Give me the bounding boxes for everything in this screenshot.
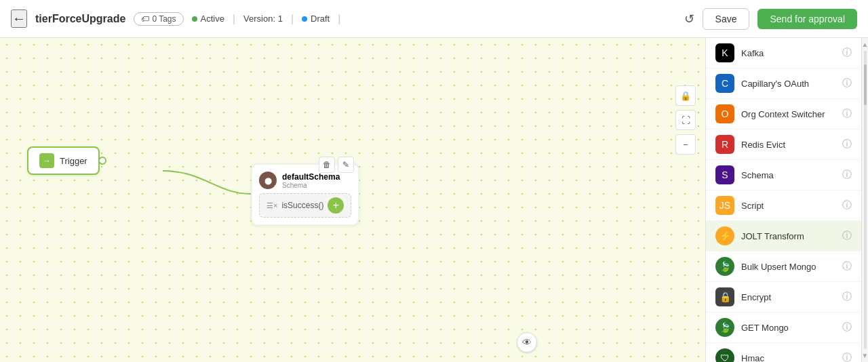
success-node[interactable]: ☰× isSuccess() +: [259, 193, 351, 218]
capillary-oauth-label: Capillary's OAuth: [741, 79, 835, 89]
bulk-upsert-mongo-info-icon[interactable]: ⓘ: [842, 260, 852, 273]
schema-node-icon: ⬤: [259, 172, 277, 189]
lock-button[interactable]: 🔒: [675, 85, 696, 106]
script-icon: JS: [715, 196, 734, 215]
sidebar-item-get-mongo[interactable]: 🍃GET Mongoⓘ: [706, 313, 861, 343]
send-for-approval-button[interactable]: Send for approval: [757, 9, 857, 29]
sidebar-item-kafka[interactable]: KKafkaⓘ: [706, 38, 861, 68]
sidebar-item-jolt-transform[interactable]: ⚡JOLT Transformⓘ: [706, 221, 861, 252]
redis-evict-label: Redis Evict: [741, 140, 835, 150]
org-context-switcher-icon: O: [715, 104, 734, 123]
sidebar-list: KKafkaⓘCCapillary's OAuthⓘOOrg Context S…: [706, 38, 861, 362]
redis-evict-info-icon[interactable]: ⓘ: [842, 138, 852, 150]
redis-evict-icon: R: [715, 135, 734, 154]
page-title: tierForceUpgrade: [35, 13, 125, 25]
schema-toolbar: 🗑 ✎: [319, 157, 354, 173]
trigger-label: Trigger: [60, 156, 87, 166]
main-area: → Trigger 🗑 ✎ ⬤ defaultSchema Schema ☰× …: [0, 38, 868, 362]
sidebar-item-hmac[interactable]: 🛡Hmacⓘ: [706, 343, 861, 362]
capillary-oauth-info-icon[interactable]: ⓘ: [842, 77, 852, 89]
script-info-icon[interactable]: ⓘ: [842, 199, 852, 212]
tag-icon: 🏷: [141, 14, 149, 24]
canvas-controls: 🔒 ⛶ −: [675, 85, 696, 155]
separator2: |: [291, 13, 294, 25]
hmac-icon: 🛡: [715, 348, 734, 362]
eye-button[interactable]: 👁: [517, 332, 537, 353]
get-mongo-label: GET Mongo: [741, 323, 835, 333]
history-button[interactable]: ↺: [684, 12, 694, 26]
trigger-node[interactable]: → Trigger: [27, 146, 100, 175]
minus-button[interactable]: −: [675, 134, 696, 155]
sidebar-item-capillary-oauth[interactable]: CCapillary's OAuthⓘ: [706, 68, 861, 99]
sidebar-item-schema[interactable]: SSchemaⓘ: [706, 160, 861, 190]
back-button[interactable]: ←: [11, 9, 27, 28]
tags-label: 0 Tags: [152, 14, 176, 24]
org-context-switcher-info-icon[interactable]: ⓘ: [842, 108, 852, 120]
sidebar-item-encrypt[interactable]: 🔒Encryptⓘ: [706, 282, 861, 313]
scroll-track: [864, 51, 867, 349]
trigger-connector: [98, 157, 106, 165]
script-label: Script: [741, 201, 835, 211]
expand-button[interactable]: ⛶: [675, 110, 696, 130]
bulk-upsert-mongo-icon: 🍃: [715, 257, 734, 276]
scroll-thumb: [864, 64, 867, 105]
kafka-info-icon[interactable]: ⓘ: [842, 47, 852, 59]
hmac-info-icon[interactable]: ⓘ: [842, 352, 852, 362]
success-icon: ☰×: [267, 201, 277, 210]
draft-label: Draft: [311, 14, 330, 24]
encrypt-info-icon[interactable]: ⓘ: [842, 291, 852, 303]
header: ← tierForceUpgrade 🏷 0 Tags Active | Ver…: [0, 0, 868, 38]
jolt-transform-info-icon[interactable]: ⓘ: [842, 230, 852, 242]
capillary-oauth-icon: C: [715, 74, 734, 93]
schema-icon: S: [715, 165, 734, 184]
save-button[interactable]: Save: [703, 8, 750, 30]
active-dot: [192, 16, 197, 22]
schema-node[interactable]: ⬤ defaultSchema Schema: [259, 172, 351, 189]
jolt-transform-icon: ⚡: [715, 226, 734, 245]
schema-sub: Schema: [282, 182, 340, 189]
success-label: isSuccess(): [281, 201, 323, 210]
sidebar-item-script[interactable]: JSScriptⓘ: [706, 190, 861, 221]
sidebar-item-bulk-upsert-mongo[interactable]: 🍃Bulk Upsert Mongoⓘ: [706, 252, 861, 282]
flow-canvas[interactable]: → Trigger 🗑 ✎ ⬤ defaultSchema Schema ☰× …: [0, 38, 705, 362]
schema-group[interactable]: 🗑 ✎ ⬤ defaultSchema Schema ☰× isSuccess(…: [251, 163, 359, 226]
get-mongo-icon: 🍃: [715, 318, 734, 337]
bulk-upsert-mongo-label: Bulk Upsert Mongo: [741, 262, 835, 272]
version-status: Version: 1: [243, 14, 283, 24]
sidebar-panel: KKafkaⓘCCapillary's OAuthⓘOOrg Context S…: [705, 38, 861, 362]
sidebar-item-redis-evict[interactable]: RRedis Evictⓘ: [706, 129, 861, 160]
tags-button[interactable]: 🏷 0 Tags: [134, 12, 183, 26]
active-label: Active: [201, 14, 224, 24]
schema-name: defaultSchema: [282, 172, 340, 182]
kafka-label: Kafka: [741, 48, 835, 58]
edit-button[interactable]: ✎: [338, 157, 354, 173]
encrypt-icon: 🔒: [715, 287, 734, 306]
separator: |: [233, 13, 235, 25]
org-context-switcher-label: Org Context Switcher: [741, 109, 835, 119]
schema-label: Schema: [741, 170, 835, 180]
get-mongo-info-icon[interactable]: ⓘ: [842, 321, 852, 334]
jolt-transform-label: JOLT Transform: [741, 231, 835, 241]
encrypt-label: Encrypt: [741, 292, 835, 302]
scroll-up-arrow[interactable]: ▲: [862, 41, 868, 48]
right-scrollbar[interactable]: ▲ ▼: [861, 38, 868, 362]
delete-button[interactable]: 🗑: [319, 157, 335, 173]
draft-dot: [302, 16, 307, 22]
kafka-icon: K: [715, 43, 734, 62]
scroll-down-arrow[interactable]: ▼: [862, 352, 868, 359]
draft-status: Draft: [302, 14, 330, 24]
trigger-icon: →: [39, 153, 54, 168]
hmac-label: Hmac: [741, 353, 835, 363]
active-status: Active: [192, 14, 224, 24]
schema-info-icon[interactable]: ⓘ: [842, 169, 852, 181]
version-label: Version: 1: [243, 14, 283, 24]
separator3: |: [338, 13, 340, 25]
add-node-button[interactable]: +: [328, 197, 344, 214]
sidebar-item-org-context-switcher[interactable]: OOrg Context Switcherⓘ: [706, 99, 861, 129]
